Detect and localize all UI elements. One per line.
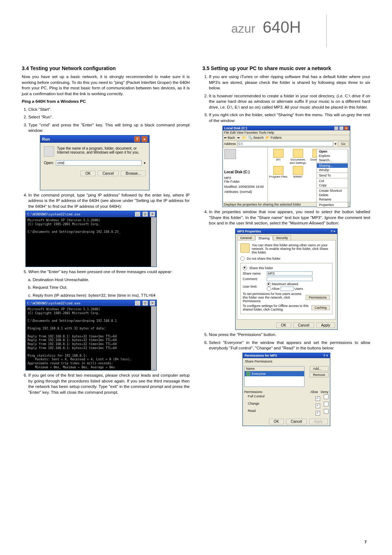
step-5: When the "Enter" key has been pressed on… bbox=[28, 269, 190, 275]
comment-input[interactable] bbox=[267, 277, 313, 281]
minimize-icon[interactable]: _ bbox=[135, 212, 140, 216]
chk-rd-deny[interactable] bbox=[324, 409, 328, 414]
close-icon[interactable]: × bbox=[150, 301, 155, 305]
folder-item[interactable]: ATI bbox=[269, 149, 287, 165]
close-icon[interactable]: × bbox=[326, 354, 328, 357]
browse-button[interactable]: Browse... bbox=[121, 171, 146, 176]
ctx-properties[interactable]: Properties bbox=[317, 203, 348, 207]
folder-item[interactable]: WINNT bbox=[289, 166, 307, 178]
close-icon[interactable]: × bbox=[344, 126, 348, 130]
user-everyone-row[interactable]: Everyone bbox=[245, 371, 304, 376]
apply-button[interactable]: Apply bbox=[317, 323, 335, 328]
tab-security[interactable]: Security bbox=[273, 235, 291, 240]
ctx-sendto[interactable]: Send To bbox=[317, 173, 348, 178]
dropdown-icon[interactable]: ▾ bbox=[144, 161, 146, 165]
folder-item[interactable]: Documents and Settings bbox=[289, 149, 307, 165]
up-button[interactable]: 📁 bbox=[242, 136, 246, 139]
share-icon bbox=[240, 243, 250, 253]
tab-sharing[interactable]: Sharing bbox=[255, 236, 273, 240]
lbl-allow: Allow bbox=[272, 287, 280, 291]
ctx-open[interactable]: Open bbox=[317, 149, 348, 154]
folders-button[interactable]: 📂 Folders bbox=[266, 136, 282, 139]
subhead-ping: Ping a 640H from a Windows PC bbox=[22, 99, 190, 105]
ctx-search[interactable]: Search... bbox=[317, 158, 348, 162]
chk-fc-allow[interactable] bbox=[315, 396, 320, 401]
radio-allow-n[interactable] bbox=[267, 287, 271, 291]
apply-button[interactable]: Apply bbox=[309, 419, 328, 424]
dropdown-icon[interactable]: ▾ bbox=[335, 142, 336, 146]
minimize-icon[interactable]: _ bbox=[135, 301, 140, 305]
ctx-explore[interactable]: Explore bbox=[317, 154, 348, 158]
step-3: Type "cmd" and press the "Enter" key. Th… bbox=[28, 122, 190, 134]
minimize-icon[interactable]: _ bbox=[334, 126, 338, 130]
chk-fc-deny[interactable] bbox=[324, 394, 328, 399]
go-button[interactable]: Go bbox=[338, 141, 349, 146]
ctx-cut[interactable]: Cut bbox=[317, 179, 348, 183]
heading-3-4: 3.4 Testing your Network configuration bbox=[22, 65, 190, 71]
ok-button[interactable]: OK bbox=[269, 419, 283, 424]
ctx-sharing[interactable]: Sharing... bbox=[317, 163, 348, 168]
ctx-rename[interactable]: Rename bbox=[317, 197, 348, 202]
scrollbar[interactable] bbox=[151, 306, 156, 370]
scrollbar[interactable] bbox=[151, 217, 156, 267]
menubar[interactable]: File Edit View Favorites Tools Help bbox=[223, 130, 350, 135]
heading-3-5: 3.5 Setting up your PC to share music ov… bbox=[203, 65, 371, 71]
cache-text: To configure settings for Offline access… bbox=[243, 304, 309, 311]
add-button[interactable]: Add... bbox=[310, 366, 328, 371]
radio-do-not-share[interactable] bbox=[240, 256, 245, 261]
rstep-2: It is however recommended to create a fo… bbox=[209, 93, 371, 110]
ok-button[interactable]: OK bbox=[276, 323, 291, 328]
help-icon[interactable]: ? bbox=[134, 136, 140, 142]
step-5a: Destination Host Unreachable. bbox=[33, 277, 190, 283]
lbl-users: Users bbox=[294, 287, 303, 291]
cmd1-body: Microsoft Windows XP [Version 5.1.2600] … bbox=[26, 217, 156, 267]
perm-full-control: Full Control bbox=[244, 394, 265, 401]
perm-change: Change bbox=[244, 402, 260, 408]
permissions-button[interactable]: Permissions bbox=[306, 295, 330, 300]
user-limit-label: User limit: bbox=[243, 285, 265, 288]
figure-mp3-properties: MP3 Properties ? × General Sharing Secur… bbox=[235, 228, 338, 330]
tab-general[interactable]: General bbox=[237, 235, 255, 240]
maximize-icon[interactable]: □ bbox=[143, 301, 148, 305]
cancel-button[interactable]: Cancel bbox=[286, 419, 307, 424]
folder-item[interactable]: Program Files bbox=[269, 166, 287, 178]
chk-ch-deny[interactable] bbox=[324, 402, 328, 406]
context-menu[interactable]: Open Explore Search... Sharing... WinZip… bbox=[317, 149, 348, 207]
close-icon[interactable]: × bbox=[333, 230, 335, 233]
caching-button[interactable]: Caching bbox=[311, 305, 330, 310]
chk-rd-allow[interactable] bbox=[315, 411, 320, 416]
close-icon[interactable]: × bbox=[150, 212, 155, 216]
search-button[interactable]: 🔍 Search bbox=[248, 136, 264, 139]
perm-read: Read bbox=[244, 409, 256, 416]
chk-ch-allow[interactable] bbox=[315, 404, 320, 408]
figure-cmd-1: C:\WINDOWS\system32\cmd.exe _ □ × Micros… bbox=[25, 211, 157, 267]
ctx-winzip[interactable]: WinZip bbox=[317, 168, 348, 172]
radio-max-allowed[interactable] bbox=[267, 282, 271, 287]
run-desc: Type the name of a program, folder, docu… bbox=[57, 146, 146, 154]
allow-count-input[interactable] bbox=[281, 287, 294, 291]
help-icon[interactable]: ? bbox=[323, 354, 325, 357]
forward-button[interactable]: ➡ bbox=[237, 136, 240, 139]
sel-attr: Attributes: (normal) bbox=[224, 190, 266, 194]
cancel-button[interactable]: Cancel bbox=[98, 171, 118, 176]
help-icon[interactable]: ? bbox=[330, 230, 332, 233]
ctx-copy[interactable]: Copy bbox=[317, 183, 348, 187]
step-1: Click "Start". bbox=[28, 107, 190, 113]
radio-share-folder[interactable] bbox=[243, 266, 247, 270]
ctx-delete[interactable]: Delete bbox=[317, 193, 348, 197]
maximize-icon[interactable]: □ bbox=[143, 212, 148, 216]
maximize-icon[interactable]: □ bbox=[339, 126, 343, 130]
perm-text: To set permissions for how users access … bbox=[243, 292, 303, 303]
address-input[interactable] bbox=[237, 141, 333, 146]
share-name-input[interactable] bbox=[267, 271, 313, 276]
cancel-button[interactable]: Cancel bbox=[293, 323, 314, 328]
close-icon[interactable]: × bbox=[142, 136, 147, 142]
ctx-create-shortcut[interactable]: Create Shortcut bbox=[317, 189, 348, 193]
ok-button[interactable]: OK bbox=[81, 171, 95, 176]
sel-type: File Folder bbox=[224, 180, 266, 183]
remove-button[interactable]: Remove bbox=[310, 372, 328, 377]
back-button[interactable]: ⬅ Back bbox=[224, 136, 235, 139]
open-input[interactable]: cmd bbox=[56, 160, 142, 166]
address-label: Address bbox=[224, 142, 236, 146]
drive-icon bbox=[224, 149, 236, 159]
